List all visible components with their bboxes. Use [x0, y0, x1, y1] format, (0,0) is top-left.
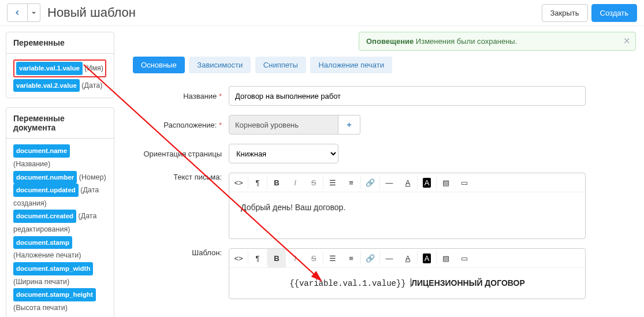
create-button[interactable]: Создать: [591, 4, 637, 22]
strike-button[interactable]: S: [304, 173, 323, 192]
alert-title: Оповещение: [366, 37, 414, 46]
editor-toolbar: <> ¶ B I S ☰ ≡ 🔗 — A A: [229, 249, 585, 268]
clear-format-button[interactable]: A: [399, 249, 417, 267]
hr-button[interactable]: —: [380, 173, 399, 192]
back-dropdown-button[interactable]: [28, 3, 40, 22]
code-icon: <>: [234, 178, 243, 187]
location-label: Расположение: *: [133, 121, 229, 129]
color-button[interactable]: A: [418, 249, 436, 267]
variables-panel: Переменные variable.val.1.value (Имя) va…: [6, 32, 114, 98]
variable-tag[interactable]: document.number: [13, 171, 77, 184]
pilcrow-icon: ¶: [256, 254, 260, 263]
tab-stamp[interactable]: Наложение печати: [310, 57, 392, 73]
lettertext-label: Текст письма:: [133, 173, 229, 181]
pilcrow-icon: ¶: [256, 178, 260, 187]
code-icon: <>: [234, 254, 243, 263]
template-content[interactable]: {{variable.val.1.value}} ЛИЦЕНЗИОННЫЙ ДО…: [229, 268, 585, 299]
alert-text: Изменения были сохранены.: [414, 37, 517, 46]
clear-format-button[interactable]: A: [399, 173, 417, 192]
strike-icon: S: [311, 178, 317, 187]
tab-main[interactable]: Основные: [133, 57, 185, 73]
variable-tag[interactable]: document.name: [13, 144, 70, 158]
variable-tag[interactable]: variable.val.2.value: [13, 79, 80, 92]
document-variables-panel: Переменные документа document.name (Назв…: [6, 107, 114, 317]
panel-heading: Переменные: [6, 32, 114, 54]
tab-bar: Основные Зависимости Сниппеты Наложение …: [133, 57, 636, 73]
ol-button[interactable]: ≡: [342, 173, 360, 192]
lettertext-editor: <> ¶ B I S ☰ ≡ 🔗 — A A: [229, 173, 586, 239]
link-button[interactable]: 🔗: [361, 249, 379, 267]
variable-tag[interactable]: document.created: [13, 210, 76, 223]
variable-tag[interactable]: variable.val.1.value: [16, 62, 83, 75]
variable-tag[interactable]: document.updated: [13, 184, 79, 197]
caret-down-icon: [31, 10, 36, 16]
video-button[interactable]: ▭: [455, 249, 474, 267]
hr-button[interactable]: —: [380, 249, 399, 267]
bold-icon: B: [274, 254, 279, 263]
minus-icon: —: [386, 254, 393, 263]
close-button[interactable]: Закрыть: [542, 4, 588, 22]
alert-success: Оповещение Изменения были сохранены. ✕: [359, 32, 636, 51]
ol-button[interactable]: ≡: [342, 249, 360, 267]
minus-icon: —: [386, 178, 393, 187]
paragraph-button[interactable]: ¶: [248, 249, 267, 267]
name-input[interactable]: [229, 86, 586, 106]
location-input[interactable]: [229, 115, 338, 135]
ul-button[interactable]: ☰: [323, 173, 342, 192]
paragraph-button[interactable]: ¶: [248, 173, 267, 192]
video-icon: ▭: [461, 178, 468, 187]
template-text: ЛИЦЕНЗИОННЫЙ ДОГОВОР: [411, 278, 525, 288]
template-label: Шаблон:: [133, 248, 229, 257]
variable-desc: (Дата): [80, 81, 102, 89]
variable-tag[interactable]: document.stamp_height: [13, 288, 96, 301]
strike-button[interactable]: S: [304, 249, 323, 267]
bold-button[interactable]: B: [267, 173, 286, 192]
variable-tag[interactable]: document.stamp: [13, 236, 72, 249]
highlighted-variable: variable.val.1.value (Имя): [13, 59, 106, 77]
editor-toolbar: <> ¶ B I S ☰ ≡ 🔗 — A A: [229, 173, 585, 192]
color-button[interactable]: A: [418, 173, 436, 192]
lettertext-content[interactable]: Добрый день! Ваш договор.: [229, 192, 585, 238]
location-add-button[interactable]: ＋: [338, 115, 360, 135]
name-label: Название *: [133, 92, 229, 100]
bold-button[interactable]: B: [267, 249, 286, 267]
list-ul-icon: ☰: [329, 254, 336, 263]
italic-button[interactable]: I: [286, 173, 304, 192]
italic-button[interactable]: I: [286, 249, 304, 267]
variable-desc: (Имя): [83, 64, 103, 72]
code-view-button[interactable]: <>: [229, 173, 248, 192]
orientation-select[interactable]: Книжная: [229, 144, 338, 163]
link-button[interactable]: 🔗: [361, 173, 379, 192]
list-ol-icon: ≡: [349, 178, 353, 187]
orientation-label: Ориентация страницы: [133, 150, 229, 158]
image-button[interactable]: ▧: [437, 173, 455, 192]
back-button[interactable]: [7, 3, 28, 22]
image-icon: ▧: [442, 178, 449, 187]
eraser-icon: A: [405, 178, 411, 187]
image-icon: ▧: [442, 254, 449, 263]
font-color-icon: A: [423, 178, 431, 188]
code-view-button[interactable]: <>: [229, 249, 248, 267]
link-icon: 🔗: [366, 178, 375, 187]
image-button[interactable]: ▧: [437, 249, 455, 267]
main-content: Оповещение Изменения были сохранены. ✕ О…: [120, 26, 644, 317]
tab-snippets[interactable]: Сниппеты: [255, 57, 306, 73]
variable-tag[interactable]: document.stamp_width: [13, 262, 93, 275]
eraser-icon: A: [405, 254, 411, 263]
list-ul-icon: ☰: [329, 178, 336, 187]
ul-button[interactable]: ☰: [323, 249, 342, 267]
bold-icon: B: [274, 178, 279, 187]
alert-close-button[interactable]: ✕: [623, 36, 631, 46]
template-variable-text: {{variable.val.1.value}}: [289, 279, 411, 288]
plus-icon: ＋: [345, 120, 353, 130]
panel-heading: Переменные документа: [6, 108, 114, 139]
list-ol-icon: ≡: [349, 254, 353, 263]
top-bar: Новый шаблон Закрыть Создать: [0, 0, 644, 26]
template-editor: <> ¶ B I S ☰ ≡ 🔗 — A A: [229, 248, 586, 299]
strike-icon: S: [311, 254, 317, 263]
video-button[interactable]: ▭: [455, 173, 474, 192]
page-title: Новый шаблон: [47, 5, 538, 20]
font-color-icon: A: [423, 253, 431, 263]
video-icon: ▭: [461, 254, 468, 263]
tab-dependencies[interactable]: Зависимости: [189, 57, 251, 73]
